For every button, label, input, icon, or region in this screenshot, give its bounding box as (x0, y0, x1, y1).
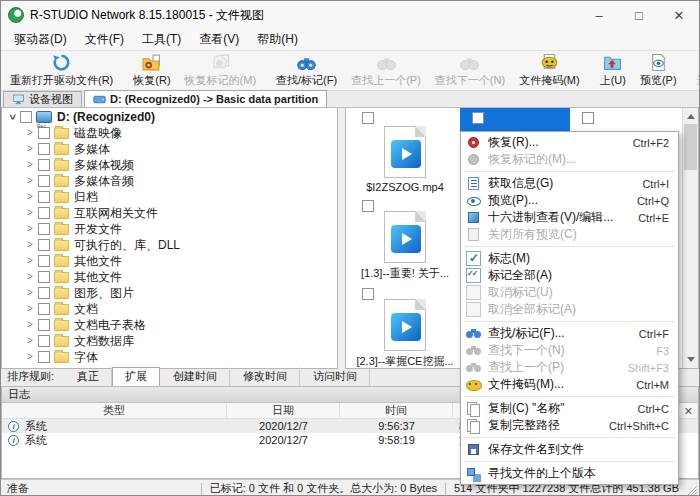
tree-item-document-databases[interactable]: >文档数据库 (2, 333, 337, 349)
file-checkbox[interactable] (472, 112, 484, 124)
context-menu-item-find-previous[interactable]: 查找上一个(P)Shift+F3 (461, 359, 678, 376)
tree-item-fonts[interactable]: >字体 (2, 349, 337, 365)
maximize-icon[interactable]: □ (619, 1, 659, 29)
chevron-icon[interactable]: > (24, 240, 36, 250)
chevron-icon[interactable]: > (24, 224, 36, 234)
tree-item-other-files[interactable]: >其他文件 (2, 253, 337, 269)
file-checkbox[interactable] (362, 288, 374, 300)
file-item[interactable]: [2.3]--掌握CE挖掘... (350, 284, 460, 369)
tab-partition-view[interactable]: D: (Recognized0) -> Basic data partition (84, 90, 327, 107)
context-menu-item-preview[interactable]: 预览(P)...Ctrl+Q (461, 192, 678, 209)
chevron-icon[interactable]: > (24, 176, 36, 186)
tree-item-label[interactable]: 字体 (74, 349, 98, 366)
chevron-icon[interactable]: > (24, 336, 36, 346)
tree-checkbox[interactable] (38, 335, 50, 347)
context-menu-item-copy-full-path[interactable]: 复制完整路径Ctrl+Shift+C (461, 417, 678, 434)
preview-button[interactable]: 预览(P) (633, 52, 684, 89)
tree-item-development-files[interactable]: >开发文件 (2, 221, 337, 237)
up-button[interactable]: 上(U) (593, 52, 633, 89)
tree-root-label[interactable]: D: (Recognized0) (57, 110, 155, 124)
chevron-icon[interactable]: > (24, 288, 36, 298)
sort-tab-extensions[interactable]: 扩展 (112, 367, 160, 386)
tree-item-documents[interactable]: >文档 (2, 301, 337, 317)
chevron-expanded-icon[interactable]: > (7, 111, 17, 123)
tree-item-internet-related[interactable]: >互联网相关文件 (2, 205, 337, 221)
context-menu-item-hex-view-edit[interactable]: 十六进制查看(V)/编辑...Ctrl+E (461, 209, 678, 226)
tree-item-label[interactable]: 文档电子表格 (74, 317, 146, 334)
tree-checkbox[interactable] (38, 207, 50, 219)
tree-checkbox[interactable] (38, 271, 50, 283)
chevron-icon[interactable]: > (24, 352, 36, 362)
file-name[interactable]: [1.3]--重要! 关于... (361, 266, 449, 281)
chevron-icon[interactable]: > (24, 192, 36, 202)
tree-checkbox[interactable] (38, 223, 50, 235)
chevron-icon[interactable]: > (24, 128, 36, 138)
tree-checkbox[interactable] (38, 191, 50, 203)
find-next-button[interactable]: 查找下一个(N) (428, 52, 512, 89)
tree-checkbox[interactable] (38, 351, 50, 363)
chevron-icon[interactable]: > (24, 304, 36, 314)
log-column-time[interactable]: 时间 (340, 403, 453, 418)
file-item[interactable]: [1.3]--重要! 关于... (350, 196, 460, 284)
context-menu-item-copy-name[interactable]: 复制(C) "名称"Ctrl+C (461, 400, 678, 417)
tree-checkbox[interactable] (38, 239, 50, 251)
log-close-icon[interactable]: ✕ (684, 405, 693, 418)
file-name[interactable]: [2.3]--掌握CE挖掘... (356, 354, 453, 369)
tree-checkbox[interactable] (38, 159, 50, 171)
file-name[interactable]: $I2ZSZOG.mp4 (366, 181, 444, 193)
chevron-icon[interactable]: > (24, 144, 36, 154)
close-icon[interactable]: ✕ (659, 1, 699, 29)
tree-item-other-files-2[interactable]: >其他文件 (2, 269, 337, 285)
tree-checkbox[interactable] (38, 255, 50, 267)
menu-tools[interactable]: 工具(T) (133, 29, 190, 50)
context-menu-item-close-all-previews[interactable]: 关闭所有预览(C) (461, 226, 678, 243)
menu-file[interactable]: 文件(F) (76, 29, 133, 50)
tree-item-label[interactable]: 磁盘映像 (74, 125, 122, 142)
tree-checkbox[interactable] (38, 287, 50, 299)
tree-item-multimedia-audio[interactable]: >多媒体音频 (2, 173, 337, 189)
context-menu-item-recover[interactable]: 恢复(R)...Ctrl+F2 (461, 134, 678, 151)
menu-help[interactable]: 帮助(H) (248, 29, 307, 50)
tree-item-label[interactable]: 其他文件 (74, 253, 122, 270)
tree-item-label[interactable]: 文档数据库 (74, 333, 134, 350)
tree-checkbox[interactable] (38, 303, 50, 315)
tree-item-label[interactable]: 其他文件 (74, 269, 122, 286)
tree-item-multimedia[interactable]: >多媒体 (2, 141, 337, 157)
tree-item-label[interactable]: 多媒体 (74, 141, 110, 158)
context-menu-item-find-mark[interactable]: 查找/标记(F)...Ctrl+F (461, 325, 678, 342)
tree-root-drive[interactable]: > D: (Recognized0) (2, 109, 337, 125)
tree-item-label[interactable]: 可执行的、库、DLL (74, 237, 180, 254)
tree-item-label[interactable]: 多媒体音频 (74, 173, 134, 190)
tree-item-archives[interactable]: >归档 (2, 189, 337, 205)
chevron-icon[interactable]: > (24, 272, 36, 282)
tree-item-label[interactable]: 文档 (74, 301, 98, 318)
recover-marked-button[interactable]: 恢复标记的(M) (178, 52, 264, 89)
chevron-icon[interactable]: > (24, 256, 36, 266)
sort-tab-modification-time[interactable]: 修改时间 (230, 367, 300, 386)
tree-item-label[interactable]: 多媒体视频 (74, 157, 134, 174)
tree-item-label[interactable]: 开发文件 (74, 221, 122, 238)
menu-drive[interactable]: 驱动器(D) (5, 29, 76, 50)
context-menu-item-file-mask[interactable]: 文件掩码(M)...Ctrl+M (461, 376, 678, 393)
log-column-type[interactable]: 类型 (2, 403, 227, 418)
find-previous-button[interactable]: 查找上一个(P) (344, 52, 428, 89)
tree-checkbox[interactable] (38, 143, 50, 155)
vertical-scrollbar[interactable] (682, 108, 698, 368)
tree-item-document-spreadsheets[interactable]: >文档电子表格 (2, 317, 337, 333)
tree-item-label[interactable]: 互联网相关文件 (74, 205, 158, 222)
tree-item-label[interactable]: 图形、图片 (74, 285, 134, 302)
tree-checkbox[interactable] (38, 175, 50, 187)
find-mark-button[interactable]: 查找/标记(F) (269, 52, 344, 89)
context-menu-item-mark-all[interactable]: 标记全部(A) (461, 267, 678, 284)
chevron-icon[interactable]: > (24, 320, 36, 330)
context-menu-item-unmark-all[interactable]: 取消全部标记(A) (461, 301, 678, 318)
tree-item-executables-lib-dll[interactable]: >可执行的、库、DLL (2, 237, 337, 253)
recover-button[interactable]: 恢复(R) (126, 52, 177, 89)
sort-tab-creation-time[interactable]: 创建时间 (160, 367, 230, 386)
panel-splitter[interactable] (338, 108, 345, 369)
file-item[interactable]: $I2ZSZOG.mp4 (350, 108, 460, 196)
scroll-up-icon[interactable] (687, 114, 695, 119)
chevron-icon[interactable]: > (24, 160, 36, 170)
sort-tab-real[interactable]: 真正 (64, 367, 112, 386)
tree-item-label[interactable]: 归档 (74, 189, 98, 206)
